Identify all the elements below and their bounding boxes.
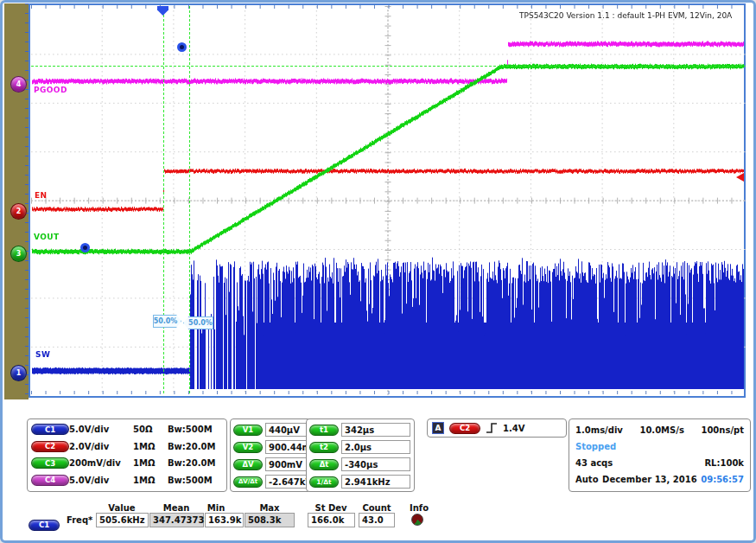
record-length: RL:100k (704, 458, 744, 468)
acquisition-panel[interactable]: 1.0ms/div 10.0MS/s 100ns/pt Stopped 43 a… (569, 418, 751, 492)
meas-min-box: 163.9k (205, 513, 244, 527)
channel4-position-marker[interactable]: 4 (10, 76, 27, 93)
cursor-t1-value: 342µs (341, 423, 410, 437)
acqs-count: 43 acqs (575, 458, 613, 468)
meas-header-value: Value (108, 503, 135, 513)
acqs-row: 43 acqs RL:100k (569, 455, 750, 471)
channel1-number: 1 (16, 369, 22, 377)
cursor-t2-row: t2 2.0µs (307, 438, 414, 456)
channel3-number: 3 (16, 250, 22, 258)
cursor-v1-badge[interactable]: V1 (233, 425, 263, 436)
cursor-b-callout[interactable]: 50.0% (183, 316, 213, 329)
channel-settings-panel: C1 5.0V/div 50Ω Bw:500M C2 2.0V/div 1MΩ … (27, 418, 227, 492)
meas-header-count: Count (362, 503, 391, 513)
time-value: 09:56:57 (701, 475, 744, 484)
channel1-impedance: 50Ω (133, 425, 168, 434)
channel4-row: C4 5.0V/div 1MΩ Bw:500M (28, 472, 226, 489)
channel2-number: 2 (16, 208, 22, 215)
channel3-position-marker[interactable]: 3 (10, 246, 27, 262)
meas-max-box: 508.3k (245, 513, 295, 527)
cursor-t1-row: t1 342µs (307, 421, 414, 438)
channel1-badge[interactable]: C1 (31, 424, 69, 435)
channel2-scale: 2.0V/div (69, 442, 133, 451)
channel4-badge[interactable]: C4 (31, 475, 69, 486)
timebase-row: 1.0ms/div 10.0MS/s 100ns/pt (569, 422, 750, 438)
info-icon[interactable] (411, 514, 423, 526)
meas-mean-box: 347.47373k (149, 513, 204, 527)
meas-stdev-box: 166.0k (308, 513, 355, 527)
date-value: December 13, 2016 (602, 475, 697, 484)
timebase-value: 1.0ms/div (575, 425, 623, 435)
cursor-dv-badge[interactable]: ΔV (233, 459, 263, 470)
channel4-bandwidth: Bw:500M (168, 476, 225, 485)
channel3-impedance: 1MΩ (133, 458, 168, 468)
meas-count-box: 43.0 (359, 513, 395, 527)
cursor-dt-row: Δt -340µs (307, 456, 414, 473)
cursor-dt-value: -340µs (341, 457, 410, 471)
meas-header-min: Min (207, 503, 226, 513)
measurement-source-badge[interactable]: C1 (29, 514, 60, 531)
measurement-name: Freq* (67, 515, 92, 525)
cursor-t2-badge[interactable]: t2 (309, 442, 339, 453)
trigger-mode-icon: A (432, 422, 444, 434)
trigger-mode-auto: Auto (575, 475, 599, 484)
cursor-1dt-value: 2.941kHz (341, 475, 410, 489)
channel3-scale: 200mV/div (69, 458, 133, 468)
cursor-a-callout[interactable]: 50.0% (153, 315, 181, 328)
trigger-level-value: 1.4V (503, 424, 524, 433)
datetime-row: Auto December 13, 2016 09:56:57 (569, 471, 750, 488)
trigger-level-arrow-icon[interactable] (736, 173, 744, 182)
channel1-bandwidth: Bw:500M (168, 425, 225, 434)
trigger-panel[interactable]: A C2 1.4V (427, 418, 567, 438)
meas-header-stdev: St Dev (314, 503, 346, 513)
meas-value-box: 505.6kHz (96, 513, 149, 527)
meas-header-max: Max (259, 503, 279, 513)
cursor-t2-value: 2.0µs (341, 440, 410, 454)
waveform-canvas[interactable] (30, 5, 746, 396)
acquisition-status: Stopped (575, 442, 616, 451)
channel2-badge[interactable]: C2 (31, 441, 69, 452)
channel4-impedance: 1MΩ (133, 476, 168, 485)
channel3-row: C3 200mV/div 1MΩ Bw:20.0M (28, 455, 226, 472)
cursor-dt-badge[interactable]: Δt (309, 459, 339, 470)
oscilloscope-screen: 4 2 3 1 PGOOD EN VOUT SW TPS543C20 Versi… (0, 0, 756, 543)
pgood-trace-label: PGOOD (34, 86, 67, 94)
cursor-marker-a-icon[interactable] (177, 42, 187, 52)
meas-header-mean: Mean (163, 503, 190, 513)
sample-rate-value: 10.0MS/s (639, 425, 683, 435)
channel2-position-marker[interactable]: 2 (10, 203, 27, 220)
meas-header-info: Info (410, 503, 429, 513)
cursor-t1-badge[interactable]: t1 (309, 425, 339, 436)
meas-c1-badge: C1 (29, 520, 60, 531)
left-gutter (4, 3, 29, 399)
cursor-1dt-row: 1/Δt 2.941kHz (307, 473, 414, 490)
trigger-source-badge: C2 (449, 423, 480, 434)
channel3-bandwidth: Bw:20.0M (168, 458, 225, 468)
cursor-1dt-badge[interactable]: 1/Δt (309, 476, 339, 488)
rising-edge-icon (486, 422, 498, 434)
cursor-time-panel: t1 342µs t2 2.0µs Δt -340µs 1/Δt 2.941kH… (306, 418, 415, 492)
channel4-scale: 5.0V/div (69, 476, 133, 485)
status-row: Stopped (569, 438, 750, 455)
cursor-v2-badge[interactable]: V2 (233, 442, 263, 453)
channel2-impedance: 1MΩ (133, 442, 168, 451)
page-title: TPS543C20 Version 1.1 : default 1-PH EVM… (519, 11, 732, 20)
channel1-position-marker[interactable]: 1 (10, 365, 27, 381)
sw-trace-label: SW (35, 350, 50, 359)
vout-trace-label: VOUT (34, 233, 60, 241)
channel1-row: C1 5.0V/div 50Ω Bw:500M (28, 421, 226, 438)
channel2-row: C2 2.0V/div 1MΩ Bw:20.0M (28, 438, 226, 456)
cursor-marker-b-icon[interactable] (80, 243, 90, 252)
cursor-dvdt-badge[interactable]: ΔV/Δt (233, 476, 263, 488)
channel3-badge[interactable]: C3 (31, 457, 69, 469)
resolution-value: 100ns/pt (701, 425, 744, 435)
en-trace-label: EN (35, 191, 47, 200)
chann2-bandwidth: Bw:20.0M (168, 442, 225, 451)
channel4-number: 4 (16, 80, 22, 88)
channel1-scale: 5.0V/div (69, 425, 133, 434)
